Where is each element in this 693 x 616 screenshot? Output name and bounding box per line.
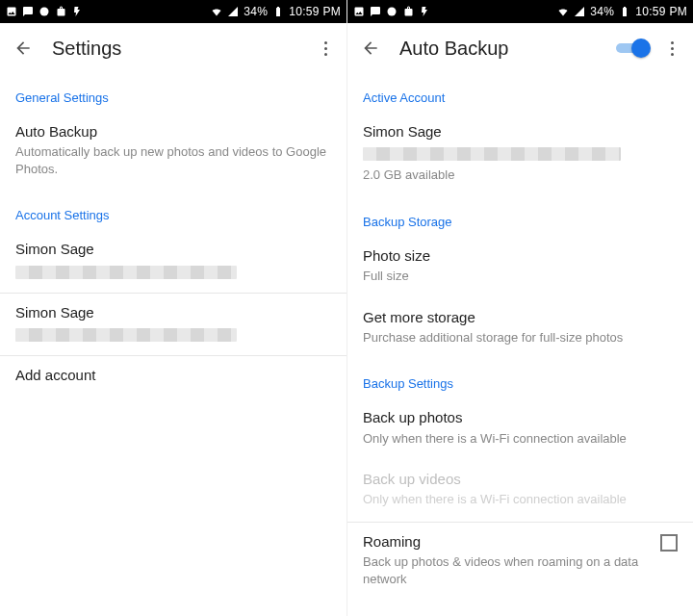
app-bar: Settings: [0, 23, 346, 73]
image-icon: [6, 6, 17, 17]
add-account[interactable]: Add account: [0, 356, 346, 398]
battery-percent: 34%: [590, 5, 614, 18]
steam-icon: [38, 6, 50, 17]
settings-screen: 34% 10:59 PM Settings General Settings A…: [0, 0, 346, 616]
auto-backup-screen: 34% 10:59 PM Auto Backup Active Account …: [346, 0, 693, 616]
active-account-item[interactable]: Simon Sage 2.0 GB available: [347, 113, 693, 197]
section-header-account: Account Settings: [0, 191, 346, 230]
arrow-left-icon: [361, 38, 380, 58]
backup-photos-item[interactable]: Back up photos Only when there is a Wi-F…: [347, 398, 693, 460]
storage-available: 2.0 GB available: [363, 167, 678, 184]
item-subtitle: Purchase additional storage for full-siz…: [363, 329, 678, 346]
account-email-redacted: [15, 266, 237, 279]
item-title: Auto Backup: [15, 122, 331, 141]
roaming-item[interactable]: Roaming Back up photos & videos when roa…: [347, 523, 693, 591]
account-item-2[interactable]: Simon Sage: [0, 294, 346, 355]
steam-icon: [386, 6, 398, 17]
chat-icon: [370, 6, 381, 17]
item-title: Back up photos: [363, 408, 678, 427]
app-bar: Auto Backup: [347, 23, 693, 73]
chat-icon: [22, 6, 34, 17]
item-title: Get more storage: [363, 308, 678, 327]
account-name: Simon Sage: [15, 240, 331, 259]
item-subtitle: Full size: [363, 268, 678, 285]
status-bar: 34% 10:59 PM: [347, 0, 693, 23]
wifi-icon: [557, 6, 569, 17]
account-name: Simon Sage: [363, 122, 678, 141]
account-email-redacted: [363, 147, 621, 161]
item-auto-backup[interactable]: Auto Backup Automatically back up new ph…: [0, 113, 346, 191]
item-subtitle: Back up photos & videos when roaming on …: [363, 553, 651, 587]
item-title: Add account: [15, 366, 331, 385]
arrow-left-icon: [13, 38, 33, 58]
item-subtitle: Only when there is a Wi-Fi connection av…: [363, 491, 678, 508]
backup-videos-item: Back up videos Only when there is a Wi-F…: [347, 460, 693, 522]
item-title: Photo size: [363, 246, 678, 266]
overflow-menu[interactable]: [660, 41, 683, 56]
section-header-backup-settings: Backup Settings: [347, 359, 693, 398]
bolt-icon: [419, 6, 430, 17]
item-subtitle: Only when there is a Wi-Fi connection av…: [363, 430, 678, 448]
section-header-backup-storage: Backup Storage: [347, 197, 693, 237]
roaming-checkbox[interactable]: [660, 534, 678, 552]
svg-point-1: [388, 8, 397, 16]
clock-time: 10:59 PM: [635, 5, 687, 18]
account-email-redacted: [15, 328, 237, 342]
signal-icon: [227, 6, 239, 17]
clock-time: 10:59 PM: [289, 5, 341, 18]
battery-icon: [272, 6, 284, 17]
account-name: Simon Sage: [15, 303, 331, 322]
photo-size-item[interactable]: Photo size Full size: [347, 237, 693, 298]
auto-backup-toggle[interactable]: [616, 38, 651, 58]
section-header-active-account: Active Account: [347, 73, 693, 113]
item-title: Back up videos: [363, 470, 678, 489]
battery-percent: 34%: [244, 5, 268, 18]
bolt-icon: [71, 6, 83, 17]
page-title: Settings: [52, 38, 314, 60]
image-icon: [353, 6, 365, 17]
section-header-general: General Settings: [0, 73, 346, 113]
signal-icon: [574, 6, 585, 17]
svg-point-0: [40, 8, 49, 16]
battery-icon: [619, 6, 630, 17]
bag-icon: [402, 6, 414, 17]
item-title: Roaming: [363, 532, 651, 552]
get-more-storage-item[interactable]: Get more storage Purchase additional sto…: [347, 298, 693, 360]
account-item-1[interactable]: Simon Sage: [0, 230, 346, 292]
item-subtitle: Automatically back up new photos and vid…: [15, 143, 331, 177]
bag-icon: [55, 6, 66, 17]
back-button[interactable]: [10, 35, 37, 62]
overflow-menu[interactable]: [314, 41, 337, 56]
status-bar: 34% 10:59 PM: [0, 0, 346, 23]
back-button[interactable]: [357, 35, 384, 62]
page-title: Auto Backup: [399, 38, 616, 60]
wifi-icon: [211, 6, 222, 17]
